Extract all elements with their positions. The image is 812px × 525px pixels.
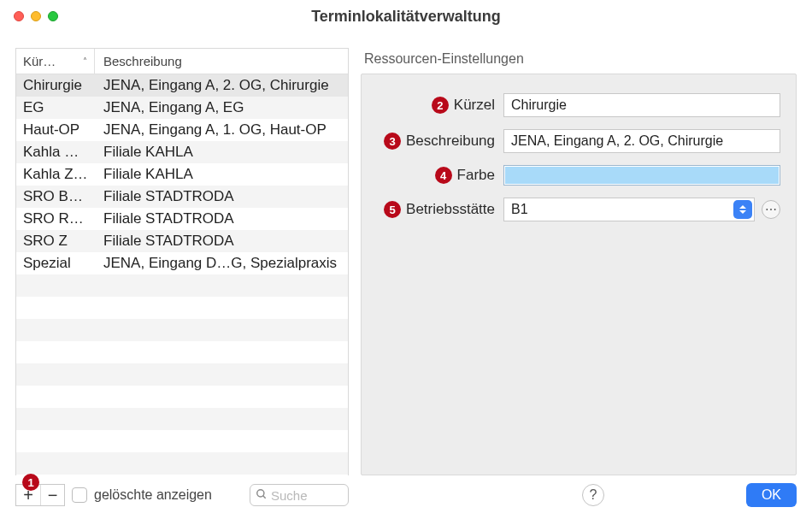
label-beschreibung: Beschreibung (406, 133, 495, 150)
minus-icon: − (48, 487, 58, 504)
search-placeholder: Suche (271, 488, 308, 503)
chevron-up-down-icon (733, 200, 752, 219)
badge-4: 4 (435, 167, 452, 184)
cell-beschreibung: Filiale STADTRODA (95, 188, 348, 205)
ellipsis-icon: ⋯ (765, 203, 777, 216)
help-button[interactable]: ? (582, 484, 604, 506)
label-farbe: Farbe (457, 167, 495, 184)
table-row[interactable] (16, 430, 348, 452)
show-deleted-checkbox[interactable] (72, 487, 87, 503)
minimize-window-button[interactable] (31, 11, 41, 21)
search-input[interactable]: Suche (250, 484, 349, 506)
table-row[interactable] (16, 297, 348, 319)
table-row[interactable]: Kahla Z…Filiale KAHLA (16, 163, 348, 186)
row-farbe: 4 Farbe (374, 165, 780, 186)
table-row[interactable] (16, 363, 348, 386)
cell-beschreibung: Filiale STADTRODA (95, 233, 348, 250)
table-row[interactable] (16, 408, 348, 430)
badge-3: 3 (384, 133, 401, 150)
footer-left: 1 + − gelöschte anzeigen Suche (15, 484, 349, 506)
table-row[interactable] (16, 452, 348, 475)
cell-beschreibung: JENA, Eingang D…G, Spezialpraxis (95, 255, 348, 272)
table-row[interactable] (16, 319, 348, 341)
settings-title: Ressourcen-Einstellungen (361, 48, 797, 74)
table-row[interactable]: Kahla B…Filiale KAHLA (16, 141, 348, 163)
table-body: ChirurgieJENA, Eingang A, 2. OG, Chirurg… (16, 74, 348, 475)
footer: 1 + − gelöschte anzeigen Suche ? OK (0, 475, 812, 515)
show-deleted-label: gelöschte anzeigen (94, 487, 212, 503)
table-row[interactable]: Haut-OPJENA, Eingang A, 1. OG, Haut-OP (16, 119, 348, 141)
locality-table: Kür… ˄ Beschreibung ChirurgieJENA, Einga… (15, 48, 349, 475)
input-kuerzel[interactable] (503, 93, 780, 117)
column-header-beschreibung-label: Beschreibung (103, 54, 182, 68)
traffic-lights (14, 11, 58, 21)
cell-beschreibung: Filiale KAHLA (95, 144, 348, 161)
window-title: Terminlokalitätverwaltung (14, 8, 798, 26)
cell-beschreibung: JENA, Eingang A, EG (95, 99, 348, 116)
cell-kuerzel: Haut-OP (16, 121, 95, 139)
svg-line-1 (263, 495, 266, 498)
cell-kuerzel: Spezial (16, 255, 95, 272)
table-row[interactable]: SRO ZFiliale STADTRODA (16, 230, 348, 252)
input-beschreibung[interactable] (503, 129, 780, 153)
row-betriebsstaette: 5 Betriebsstätte B1 ⋯ (374, 198, 780, 221)
color-picker[interactable] (503, 165, 780, 186)
table-row[interactable] (16, 274, 348, 297)
settings-box: 2 Kürzel 3 Beschreibung 4 (361, 74, 797, 475)
column-header-kuerzel-label: Kür… (23, 54, 56, 68)
row-beschreibung: 3 Beschreibung (374, 129, 780, 153)
column-header-beschreibung[interactable]: Beschreibung (95, 54, 348, 68)
select-betriebsstaette[interactable]: B1 (503, 198, 755, 221)
cell-kuerzel: Kahla Z… (16, 166, 95, 183)
cell-beschreibung: Filiale KAHLA (95, 166, 348, 183)
table-row[interactable]: SRO B…Filiale STADTRODA (16, 186, 348, 208)
titlebar: Terminlokalitätverwaltung (0, 0, 812, 32)
svg-point-0 (257, 489, 264, 496)
help-icon: ? (589, 487, 597, 503)
ok-button-label: OK (762, 487, 781, 502)
table-row[interactable]: SpezialJENA, Eingang D…G, Spezialpraxis (16, 252, 348, 274)
cell-kuerzel: Kahla B… (16, 144, 95, 161)
cell-beschreibung: Filiale STADTRODA (95, 210, 348, 227)
close-window-button[interactable] (14, 11, 24, 21)
table-row[interactable] (16, 341, 348, 363)
badge-2: 2 (432, 97, 449, 114)
badge-1: 1 (22, 474, 39, 491)
add-remove-segmented: + − (15, 484, 65, 506)
sort-ascending-icon: ˄ (83, 56, 87, 66)
more-options-button[interactable]: ⋯ (762, 200, 780, 219)
table-row[interactable]: EGJENA, Eingang A, EG (16, 97, 348, 119)
zoom-window-button[interactable] (48, 11, 58, 21)
cell-beschreibung: JENA, Eingang A, 2. OG, Chirurgie (95, 77, 348, 94)
cell-kuerzel: SRO R… (16, 210, 95, 227)
row-kuerzel: 2 Kürzel (374, 93, 780, 117)
remove-button[interactable]: − (40, 485, 64, 505)
label-betriebsstaette: Betriebsstätte (406, 201, 495, 218)
cell-beschreibung: JENA, Eingang A, 1. OG, Haut-OP (95, 121, 348, 139)
search-icon (256, 488, 268, 503)
content-area: Kür… ˄ Beschreibung ChirurgieJENA, Einga… (0, 32, 812, 475)
cell-kuerzel: SRO B… (16, 188, 95, 205)
table-header: Kür… ˄ Beschreibung (16, 49, 348, 74)
table-row[interactable]: ChirurgieJENA, Eingang A, 2. OG, Chirurg… (16, 74, 348, 97)
select-betriebsstaette-value: B1 (504, 202, 733, 217)
ok-button[interactable]: OK (746, 483, 797, 507)
table-row[interactable] (16, 386, 348, 408)
table-row[interactable]: SRO R…Filiale STADTRODA (16, 208, 348, 230)
cell-kuerzel: EG (16, 99, 95, 116)
badge-5: 5 (384, 201, 401, 218)
footer-right: ? OK (359, 483, 797, 507)
cell-kuerzel: Chirurgie (16, 77, 95, 94)
settings-panel: Ressourcen-Einstellungen 2 Kürzel 3 Besc… (361, 48, 797, 475)
cell-kuerzel: SRO Z (16, 233, 95, 250)
column-header-kuerzel[interactable]: Kür… ˄ (16, 49, 95, 74)
label-kuerzel: Kürzel (454, 97, 495, 114)
